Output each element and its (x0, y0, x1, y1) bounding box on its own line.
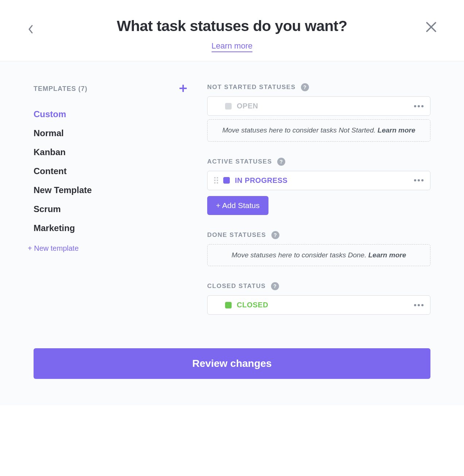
section-not-started: NOT STARTED STATUSES ? OPEN Move statuse… (207, 83, 430, 142)
drag-handle-icon[interactable] (214, 177, 218, 184)
more-options-icon[interactable] (414, 179, 424, 181)
status-name: IN PROGRESS (235, 176, 409, 185)
status-name: OPEN (237, 102, 409, 110)
status-color-swatch[interactable] (225, 302, 232, 308)
templates-header: TEMPLATES (7) (34, 83, 187, 95)
learn-more-link[interactable]: Learn more (212, 41, 253, 52)
close-button[interactable] (425, 20, 438, 35)
templates-label: TEMPLATES (7) (34, 85, 88, 93)
not-started-drop-zone[interactable]: Move statuses here to consider tasks Not… (207, 119, 430, 142)
template-item[interactable]: Scrum (34, 200, 187, 219)
new-template-link[interactable]: + New template (28, 244, 187, 253)
status-card[interactable]: CLOSED (207, 295, 430, 315)
drop-learn-more[interactable]: Learn more (378, 126, 415, 134)
help-icon[interactable]: ? (271, 231, 279, 239)
drop-learn-more[interactable]: Learn more (368, 251, 406, 259)
section-active: ACTIVE STATUSES ? IN PROGRESS + Add Stat… (207, 158, 430, 215)
status-name: CLOSED (237, 301, 409, 309)
status-card[interactable]: OPEN (207, 96, 430, 116)
status-card[interactable]: IN PROGRESS (207, 171, 430, 190)
add-status-button[interactable]: + Add Status (207, 196, 268, 215)
section-header: ACTIVE STATUSES ? (207, 158, 430, 166)
modal-content: TEMPLATES (7) CustomNormalKanbanContentN… (0, 61, 464, 348)
close-icon (425, 20, 438, 34)
template-item[interactable]: Kanban (34, 143, 187, 162)
template-item[interactable]: New Template (34, 181, 187, 200)
more-options-icon[interactable] (414, 304, 424, 306)
modal-title: What task statuses do you want? (29, 18, 435, 35)
section-label: DONE STATUSES (207, 231, 266, 239)
plus-icon (179, 85, 187, 92)
section-header: NOT STARTED STATUSES ? (207, 83, 430, 91)
section-header: CLOSED STATUS ? (207, 282, 430, 290)
section-closed: CLOSED STATUS ? CLOSED (207, 282, 430, 315)
review-changes-button[interactable]: Review changes (34, 348, 430, 379)
add-template-button[interactable] (179, 83, 187, 95)
drop-hint-text: Move statuses here to consider tasks Not… (222, 126, 375, 134)
done-drop-zone[interactable]: Move statuses here to consider tasks Don… (207, 244, 430, 266)
help-icon[interactable]: ? (271, 282, 279, 290)
status-color-swatch[interactable] (223, 177, 230, 184)
help-icon[interactable]: ? (301, 83, 309, 91)
section-label: ACTIVE STATUSES (207, 158, 272, 165)
template-item[interactable]: Normal (34, 124, 187, 143)
statuses-main: NOT STARTED STATUSES ? OPEN Move statuse… (207, 83, 430, 331)
help-icon[interactable]: ? (277, 158, 285, 166)
section-header: DONE STATUSES ? (207, 231, 430, 239)
template-item[interactable]: Content (34, 162, 187, 181)
templates-sidebar: TEMPLATES (7) CustomNormalKanbanContentN… (34, 83, 187, 331)
template-list: CustomNormalKanbanContentNew TemplateScr… (34, 105, 187, 238)
modal-header: What task statuses do you want? Learn mo… (0, 0, 464, 61)
template-item[interactable]: Marketing (34, 219, 187, 238)
chevron-left-icon (28, 24, 34, 34)
back-button[interactable] (28, 24, 34, 36)
section-label: CLOSED STATUS (207, 283, 266, 290)
svg-rect-3 (179, 88, 187, 89)
template-item[interactable]: Custom (34, 105, 187, 124)
modal-footer: Review changes (0, 348, 464, 405)
drop-hint-text: Move statuses here to consider tasks Don… (232, 251, 367, 259)
section-done: DONE STATUSES ? Move statuses here to co… (207, 231, 430, 266)
status-color-swatch[interactable] (225, 103, 232, 110)
more-options-icon[interactable] (414, 105, 424, 107)
section-label: NOT STARTED STATUSES (207, 84, 296, 91)
